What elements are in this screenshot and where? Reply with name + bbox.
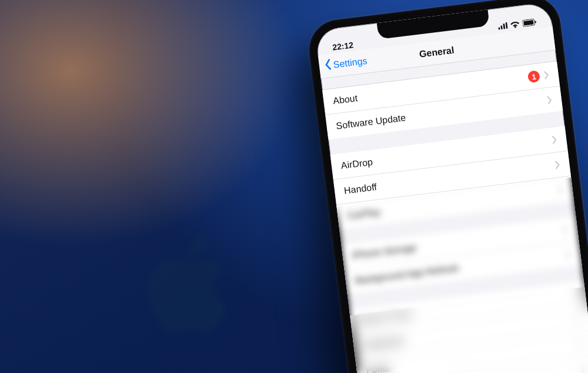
chevron-right-icon <box>555 160 561 169</box>
battery-icon <box>522 18 537 29</box>
iphone-device-frame: 22:12 <box>306 0 588 373</box>
back-button[interactable]: Settings <box>319 54 368 74</box>
svg-rect-5 <box>523 20 533 25</box>
chevron-right-icon <box>577 340 583 349</box>
chevron-right-icon <box>574 315 580 324</box>
status-time: 22:12 <box>332 40 353 52</box>
chevron-right-icon <box>580 365 586 373</box>
row-label: Software Update <box>336 113 406 132</box>
wifi-icon <box>510 20 520 31</box>
macbook-background: 22:12 <box>0 0 588 373</box>
chevron-right-icon <box>571 290 577 298</box>
chevron-right-icon <box>558 186 564 194</box>
chevron-right-icon <box>544 70 550 79</box>
row-label: CarPlay <box>346 207 381 221</box>
settings-list: About 1 Software Update <box>321 51 588 373</box>
apple-logo <box>135 226 241 344</box>
cellular-signal-icon <box>497 21 508 32</box>
chevron-right-icon <box>552 135 557 144</box>
settings-group: AirDrop Handoff CarPlay <box>330 126 574 230</box>
row-label: AirDrop <box>340 157 373 171</box>
row-label: iPhone Storage <box>352 243 417 261</box>
svg-rect-1 <box>500 25 502 29</box>
row-label: Handoff <box>343 182 377 196</box>
row-label: Date & Time <box>359 309 412 326</box>
settings-group: iPhone Storage Background App Refresh <box>341 216 582 294</box>
svg-rect-2 <box>503 23 505 29</box>
chevron-right-icon <box>547 96 553 105</box>
settings-group: Date & Time Keyboard Fonts Language <box>349 281 588 373</box>
svg-rect-0 <box>498 28 500 30</box>
chevron-right-icon <box>563 225 569 234</box>
row-label: Fonts <box>366 362 390 373</box>
row-label: About <box>332 93 358 106</box>
back-label: Settings <box>333 56 368 70</box>
notification-badge: 1 <box>527 70 540 83</box>
svg-rect-6 <box>535 21 536 23</box>
chevron-right-icon <box>566 250 572 259</box>
row-label: Background App Refresh <box>355 263 460 286</box>
svg-rect-3 <box>506 22 508 29</box>
iphone-screen: 22:12 <box>315 2 588 373</box>
row-label: Keyboard <box>362 335 403 351</box>
chevron-left-icon <box>323 58 333 73</box>
